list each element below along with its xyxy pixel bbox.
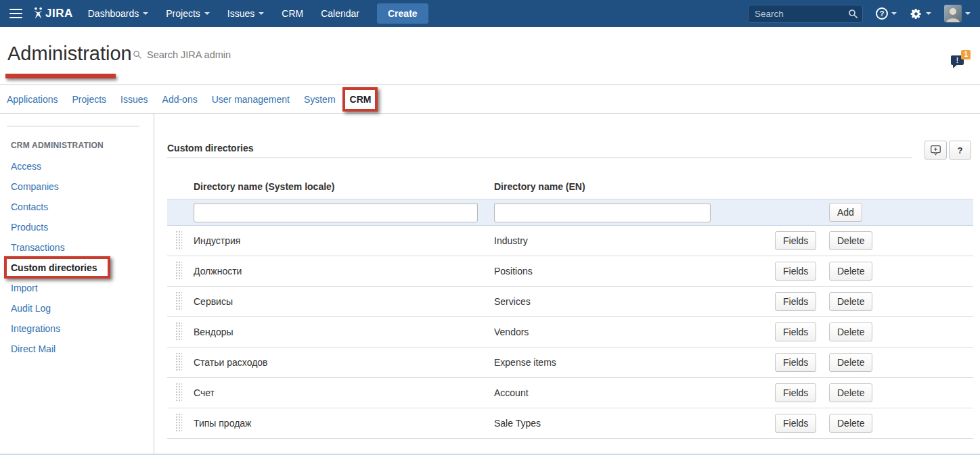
admin-tab[interactable]: User management	[212, 94, 290, 105]
admin-tab[interactable]: Add-ons	[162, 94, 198, 105]
fields-button[interactable]: Fields	[775, 383, 816, 402]
sidebar-item-label: Integrations	[11, 323, 60, 334]
fields-button[interactable]: Fields	[775, 353, 816, 372]
admin-search-placeholder: Search JIRA admin	[147, 49, 231, 60]
delete-button[interactable]: Delete	[829, 262, 872, 281]
notification-icon[interactable]: ! 1	[951, 55, 964, 65]
help-menu[interactable]: ?	[876, 7, 897, 20]
new-directory-en-input[interactable]	[494, 203, 711, 222]
directory-name-en: Account	[494, 387, 775, 398]
sidebar-item[interactable]: Companies	[11, 176, 59, 197]
fields-button[interactable]: Fields	[775, 262, 816, 281]
nav-item[interactable]: Dashboards	[88, 8, 149, 19]
fields-button[interactable]: Fields	[775, 231, 816, 250]
nav-item[interactable]: Calendar	[321, 8, 359, 19]
directory-name-system: Индустрия	[194, 235, 494, 246]
user-avatar-menu[interactable]	[944, 5, 971, 22]
sidebar-item[interactable]: Contacts	[11, 197, 48, 217]
sidebar-item[interactable]: Access	[11, 156, 41, 176]
sidebar-item-label: Transactions	[11, 242, 65, 253]
table-row: Должности Positions Fields Delete	[167, 256, 973, 287]
top-navigation-bar: JIRA Dashboards Projects Issues	[0, 0, 980, 27]
delete-button[interactable]: Delete	[829, 414, 872, 433]
avatar-photo	[944, 5, 962, 22]
sidebar-item[interactable]: Audit Log	[11, 298, 51, 318]
table-row: Вендоры Vendors Fields Delete	[167, 317, 973, 348]
chevron-down-icon	[965, 12, 971, 15]
nav-item[interactable]: CRM	[282, 8, 303, 19]
feedback-button[interactable]	[925, 141, 947, 160]
table-row: Типы продаж Sale Types Fields Delete	[167, 408, 973, 439]
sidebar-item-label: Custom directories	[11, 262, 97, 273]
quick-search	[748, 5, 863, 23]
sidebar-item-label: Audit Log	[11, 303, 51, 314]
jira-logo[interactable]: JIRA	[32, 7, 73, 20]
drag-handle-icon[interactable]	[175, 321, 182, 341]
admin-tab[interactable]: CRM	[350, 94, 372, 105]
delete-button[interactable]: Delete	[829, 292, 872, 311]
delete-button[interactable]: Delete	[829, 353, 872, 372]
directory-name-system: Вендоры	[194, 327, 494, 337]
new-directory-system-input[interactable]	[194, 203, 478, 222]
sidebar-item[interactable]: Products	[11, 217, 48, 237]
admin-tab[interactable]: Applications	[7, 94, 58, 105]
sidebar-item-label: Access	[11, 161, 41, 172]
delete-button[interactable]: Delete	[829, 383, 872, 402]
help-button[interactable]: ?	[949, 141, 971, 160]
custom-directories-table: Directory name (System locale) Directory…	[167, 174, 973, 439]
fields-button[interactable]: Fields	[775, 322, 816, 341]
sidebar-item[interactable]: Custom directories	[11, 258, 97, 278]
drag-handle-icon[interactable]	[175, 291, 182, 310]
drag-handle-icon[interactable]	[175, 352, 182, 371]
admin-tab[interactable]: Issues	[120, 94, 148, 105]
chevron-down-icon	[259, 12, 264, 15]
sidebar-item[interactable]: Direct Mail	[11, 339, 55, 359]
admin-search-input[interactable]: Search JIRA admin	[133, 49, 231, 60]
nav-item-label: CRM	[282, 8, 303, 19]
create-button[interactable]: Create	[377, 3, 428, 24]
column-header-system-locale: Directory name (System locale)	[194, 181, 494, 192]
admin-header: Administration Search JIRA admin ! 1	[0, 27, 980, 85]
admin-tab-label: User management	[212, 94, 290, 105]
admin-tab[interactable]: Projects	[72, 94, 107, 105]
fields-button[interactable]: Fields	[775, 292, 816, 311]
table-header-row: Directory name (System locale) Directory…	[167, 174, 973, 199]
gear-icon	[910, 7, 922, 20]
delete-button[interactable]: Delete	[829, 322, 872, 341]
admin-tab-label: Projects	[72, 94, 107, 105]
chevron-down-icon	[891, 12, 897, 15]
sidebar-item[interactable]: Import	[11, 278, 38, 298]
sidebar-section-title: CRM ADMINISTRATION	[11, 141, 154, 150]
annotation-underline	[5, 74, 116, 78]
drag-handle-icon[interactable]	[175, 230, 182, 249]
column-header-en: Directory name (EN)	[494, 181, 775, 192]
sidebar-item-label: Contacts	[11, 201, 48, 212]
search-icon	[848, 9, 858, 19]
search-input[interactable]	[748, 5, 863, 23]
nav-item[interactable]: Issues	[227, 8, 264, 19]
admin-tab-label: Add-ons	[162, 94, 198, 105]
crm-admin-sidebar: CRM ADMINISTRATION Access Companies Cont…	[0, 114, 154, 454]
admin-tabs: Applications Projects Issues Add-ons Use…	[0, 85, 980, 114]
sidebar-item-label: Import	[11, 283, 38, 293]
sidebar-item-label: Companies	[11, 181, 59, 192]
sidebar-item[interactable]: Integrations	[11, 318, 60, 339]
hamburger-menu-icon[interactable]	[9, 9, 22, 18]
nav-item[interactable]: Projects	[166, 8, 210, 19]
directory-name-system: Статьи расходов	[194, 357, 494, 368]
drag-handle-icon[interactable]	[175, 382, 182, 402]
drag-handle-icon[interactable]	[175, 260, 182, 280]
add-button[interactable]: Add	[829, 203, 862, 222]
main-content: Custom directories ? Dire	[154, 114, 980, 454]
drag-handle-icon[interactable]	[175, 412, 182, 432]
nav-item-label: Issues	[227, 8, 254, 19]
jira-logo-text: JIRA	[45, 7, 73, 20]
sidebar-item[interactable]: Transactions	[11, 237, 65, 258]
admin-tab[interactable]: System	[304, 94, 336, 105]
admin-gear-menu[interactable]	[910, 7, 931, 20]
fields-button[interactable]: Fields	[775, 414, 816, 433]
main-nav: Dashboards Projects Issues CRM	[88, 8, 359, 19]
delete-button[interactable]: Delete	[829, 231, 872, 250]
section-divider	[167, 158, 912, 158]
user-avatar	[944, 5, 962, 22]
